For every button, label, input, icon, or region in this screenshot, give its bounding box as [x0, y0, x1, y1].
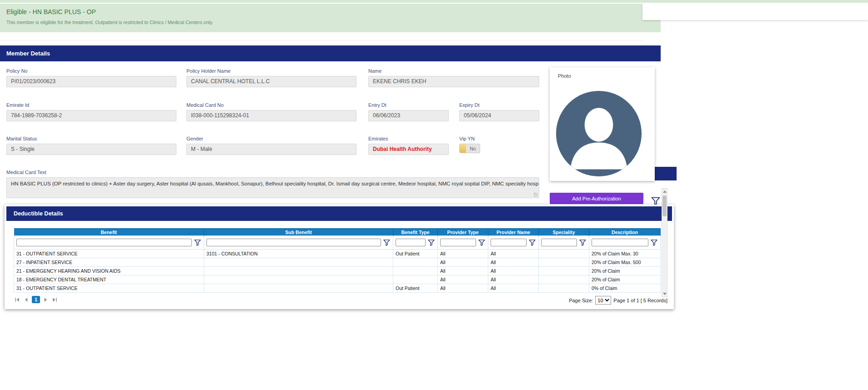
deductible-table: Benefit Sub Benefit Benefit Type Provide…	[14, 228, 661, 293]
scroll-up-icon[interactable]	[662, 189, 667, 195]
cell-speciality	[539, 275, 589, 284]
pagination: 1	[14, 296, 58, 303]
emirates-field[interactable]: Dubai Health Authority	[368, 144, 449, 155]
table-row[interactable]: 18 - EMERGENCY DENTAL TREATMENT All All …	[14, 275, 661, 284]
scroll-down-icon[interactable]	[662, 291, 667, 297]
deductible-details-header: Deductible Details	[6, 206, 672, 221]
filter-icon[interactable]	[650, 239, 658, 246]
cell-benefit: 21 - EMERGENCY HEARING AND VISION AIDS	[14, 267, 204, 275]
member-details-header: Member Details	[0, 45, 661, 61]
grid-filter-row	[14, 236, 661, 250]
medical-card-text-field[interactable]: HN BASIC PLUS (OP restricted to clinics)…	[6, 177, 539, 198]
cell-benefit: 31 - OUTPATIENT SERVICE	[14, 284, 204, 293]
col-header-benefit[interactable]: Benefit	[14, 229, 204, 236]
cell-benefit-type	[393, 275, 438, 284]
cell-sub-benefit	[204, 275, 393, 284]
cell-description: 20% of Claim	[589, 275, 661, 284]
top-green-strip	[0, 0, 868, 3]
cell-provider-type: All	[438, 275, 488, 284]
filter-icon[interactable]	[478, 239, 486, 246]
filter-icon[interactable]	[383, 239, 391, 246]
deductible-grid: Benefit Sub Benefit Benefit Type Provide…	[14, 228, 660, 293]
cell-description: 20% of Claim	[589, 267, 661, 275]
cell-sub-benefit: 3101 - CONSULTATION	[204, 250, 393, 258]
filter-provider-type-input[interactable]	[440, 239, 476, 246]
cell-sub-benefit	[204, 267, 393, 275]
policy-no-label: Policy No	[6, 68, 176, 74]
filter-speciality-input[interactable]	[541, 239, 577, 246]
col-header-provider-type[interactable]: Provider Type	[438, 229, 488, 236]
entry-dt-field[interactable]: 06/06/2023	[368, 110, 449, 121]
resize-handle-icon[interactable]	[534, 193, 538, 197]
first-page-button[interactable]	[14, 296, 20, 303]
medical-card-no-field[interactable]: I038-000-115298324-01	[186, 110, 356, 121]
eligibility-title: Eligible - HN BASIC PLUS - OP	[6, 8, 654, 15]
table-row[interactable]: 31 - OUTPATIENT SERVICE Out Patient All …	[14, 284, 661, 293]
overlay-panel	[642, 4, 868, 20]
table-row[interactable]: 31 - OUTPATIENT SERVICE 3101 - CONSULTAT…	[14, 250, 661, 258]
cell-sub-benefit	[204, 258, 393, 267]
filter-sub-benefit-input[interactable]	[206, 239, 381, 246]
filter-icon[interactable]	[194, 239, 201, 246]
col-header-speciality[interactable]: Speciality	[539, 229, 589, 236]
add-preauthorization-button[interactable]: Add Pre-Authorization	[550, 193, 643, 204]
cell-speciality	[539, 267, 589, 275]
policy-holder-name-field[interactable]: CANAL CENTRAL HOTEL L.L.C	[186, 76, 356, 87]
page: Eligible - HN BASIC PLUS - OP This membe…	[0, 0, 868, 390]
policy-no-field[interactable]: P/01/2023/000623	[6, 76, 176, 87]
col-header-description[interactable]: Description	[589, 229, 661, 236]
emirate-id-field[interactable]: 784-1989-7036258-2	[6, 110, 176, 121]
expiry-dt-label: Expiry Dt	[459, 102, 539, 108]
filter-benefit-input[interactable]	[16, 239, 192, 246]
col-header-benefit-type[interactable]: Benefit Type	[393, 229, 438, 236]
emirates-label: Emirates	[368, 136, 449, 141]
last-page-button[interactable]	[51, 296, 58, 303]
emirate-id-label: Emirate Id	[6, 102, 176, 108]
vip-yn-label: Vip YN	[459, 136, 539, 141]
cell-provider-type: All	[438, 258, 488, 267]
deductible-details-panel: Deductible Details Benefit Sub Benefit B…	[5, 205, 674, 309]
marital-status-field[interactable]: S - Single	[6, 144, 176, 155]
next-page-button[interactable]	[42, 296, 49, 303]
filter-icon[interactable]	[427, 239, 435, 246]
cell-provider-name: All	[488, 258, 539, 267]
vip-toggle[interactable]: No	[459, 144, 480, 153]
vip-toggle-value: No	[466, 146, 480, 151]
scrollbar-thumb[interactable]	[662, 195, 667, 216]
table-row[interactable]: 27 - INPATIENT SERVICE All All 20% of Cl…	[14, 258, 661, 267]
cell-provider-name: All	[488, 267, 539, 275]
prev-page-button[interactable]	[23, 296, 30, 303]
filter-provider-name-input[interactable]	[491, 239, 527, 246]
grid-header-row: Benefit Sub Benefit Benefit Type Provide…	[14, 229, 661, 236]
cell-description: 20% of Claim Max. 500	[589, 258, 661, 267]
gender-field[interactable]: M - Male	[186, 144, 356, 155]
vertical-scrollbar[interactable]	[662, 188, 667, 297]
expiry-dt-field[interactable]: 05/06/2024	[459, 110, 539, 121]
filter-description-input[interactable]	[592, 239, 648, 246]
page-size-label: Page Size:	[569, 298, 593, 303]
name-field[interactable]: EKENE CHRIS EKEH	[368, 76, 539, 87]
cell-speciality	[539, 250, 589, 258]
cell-provider-type: All	[438, 284, 488, 293]
page-size-select[interactable]: 10	[595, 296, 611, 305]
page-status: Page 1 of 1 [ 5 Records]	[613, 298, 667, 303]
col-header-provider-name[interactable]: Provider Name	[488, 229, 539, 236]
name-label: Name	[368, 68, 539, 74]
filter-icon[interactable]	[528, 239, 536, 246]
filter-benefit-type-input[interactable]	[396, 239, 426, 246]
deductible-details-title: Deductible Details	[14, 210, 63, 217]
col-header-sub-benefit[interactable]: Sub Benefit	[204, 229, 393, 236]
photo-label: Photo	[550, 67, 655, 79]
table-row[interactable]: 21 - EMERGENCY HEARING AND VISION AIDS A…	[14, 267, 661, 275]
cell-benefit-type: Out Patient	[393, 250, 438, 258]
current-page[interactable]: 1	[32, 296, 40, 303]
eligibility-banner: Eligible - HN BASIC PLUS - OP This membe…	[0, 4, 661, 32]
marital-status-label: Marital Status	[6, 136, 176, 141]
cell-provider-name: All	[488, 275, 539, 284]
filter-icon[interactable]	[579, 239, 587, 246]
divider	[0, 40, 642, 40]
cell-description: 0% of Claim	[589, 284, 661, 293]
cell-provider-name: All	[488, 250, 539, 258]
cell-provider-type: All	[438, 250, 488, 258]
gender-label: Gender	[186, 136, 356, 141]
